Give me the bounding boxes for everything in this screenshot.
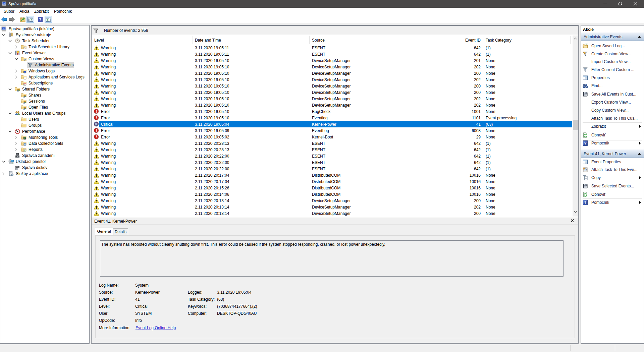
svg-text:?: ? (584, 200, 587, 204)
svg-text:?: ? (39, 17, 41, 22)
svg-text:?: ? (584, 141, 587, 145)
